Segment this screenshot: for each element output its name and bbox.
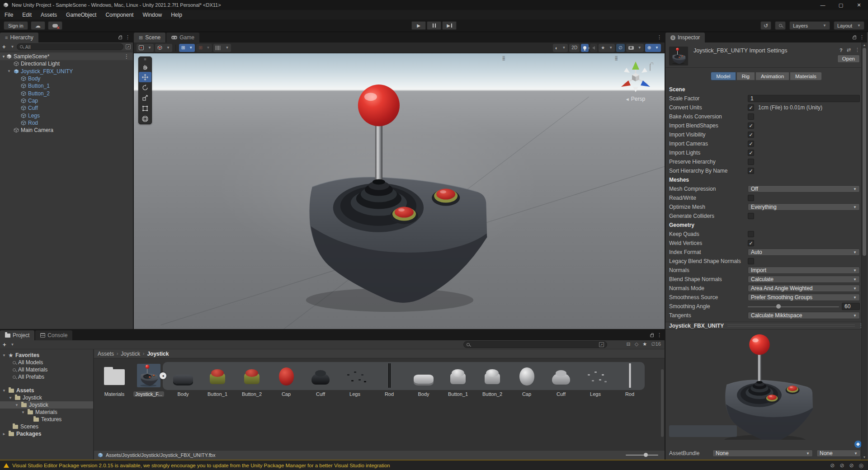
- tree-item-scenes[interactable]: Scenes: [0, 423, 93, 430]
- asset-cap-mesh[interactable]: Cap: [510, 364, 543, 397]
- import-blendshapes-checkbox[interactable]: [748, 122, 754, 129]
- scene-viewport[interactable]: ≡: [134, 53, 665, 329]
- layers-dropdown[interactable]: Layers▼: [789, 21, 830, 30]
- sort-hierarchy-checkbox[interactable]: [748, 168, 754, 174]
- assetbundle-variant-dropdown[interactable]: None▼: [816, 450, 861, 457]
- tree-item-joystick[interactable]: ▼Joystick: [0, 394, 93, 401]
- import-lights-checkbox[interactable]: [748, 150, 754, 156]
- index-format-dropdown[interactable]: Auto▼: [748, 249, 860, 256]
- pause-button[interactable]: [427, 21, 441, 30]
- step-button[interactable]: ▶: [442, 21, 457, 30]
- help-icon[interactable]: ?: [840, 47, 843, 53]
- tool-settings-button[interactable]: ▼: [137, 44, 154, 52]
- smoothing-angle-value[interactable]: 60: [842, 303, 860, 310]
- thumbnail-size-slider[interactable]: [626, 455, 658, 456]
- asset-materials-folder[interactable]: Materials: [98, 364, 131, 397]
- panel-menu-icon[interactable]: ⋮: [657, 34, 662, 40]
- tab-hierarchy[interactable]: ≡ Hierarchy: [0, 33, 38, 42]
- tab-animation[interactable]: Animation: [755, 72, 789, 80]
- undo-history-button[interactable]: ↺: [760, 21, 771, 30]
- minimize-button[interactable]: —: [814, 0, 832, 10]
- tab-model[interactable]: Model: [711, 72, 736, 80]
- asset-cap[interactable]: Cap: [270, 364, 302, 397]
- normals-mode-dropdown[interactable]: Area And Angle Weighted▼: [748, 285, 860, 292]
- menu-assets[interactable]: Assets: [36, 10, 61, 19]
- transform-tool[interactable]: [139, 113, 151, 124]
- search-by-type-icon[interactable]: ⊟: [627, 341, 631, 347]
- hidden-count-badge[interactable]: ∅16: [651, 341, 661, 347]
- tree-item-all-prefabs[interactable]: All Prefabs: [0, 373, 93, 381]
- asset-body[interactable]: Body: [167, 364, 199, 397]
- asset-button-1-mesh[interactable]: Button_1: [442, 364, 474, 397]
- read-write-checkbox[interactable]: [748, 195, 754, 201]
- scrollbar[interactable]: ▲ ▼: [861, 42, 867, 460]
- preview-header[interactable]: Joystick_FBX_UNITY ⋮: [665, 322, 867, 329]
- hierarchy-item-cuff[interactable]: Cuff: [0, 104, 133, 112]
- search-button[interactable]: [775, 21, 786, 30]
- mesh-compression-dropdown[interactable]: Off▼: [748, 185, 860, 193]
- tree-item-joystick-selected[interactable]: ▼Joystick: [0, 401, 93, 409]
- notifications-muted-icon[interactable]: ⊘: [830, 462, 835, 469]
- asset-button-1[interactable]: Button_1: [201, 364, 234, 397]
- hierarchy-item-joystick-fbx[interactable]: ▼ Joystick_FBX_UNITY: [0, 68, 133, 75]
- convert-units-checkbox[interactable]: [748, 104, 754, 111]
- tree-item-assets[interactable]: ▼Assets: [0, 387, 93, 394]
- chevron-down-icon[interactable]: ▼: [11, 343, 14, 347]
- rect-tool[interactable]: [139, 103, 151, 113]
- asset-cuff-mesh[interactable]: Cuff: [545, 364, 577, 397]
- save-search-icon[interactable]: ↗: [126, 44, 131, 49]
- tangents-dropdown[interactable]: Calculate Mikktspace▼: [748, 312, 860, 319]
- collab-button[interactable]: [48, 21, 62, 30]
- smoothness-source-dropdown[interactable]: Prefer Smoothing Groups▼: [748, 294, 860, 301]
- hierarchy-item-rod[interactable]: Rod: [0, 119, 133, 127]
- asset-label-icon[interactable]: [854, 441, 862, 448]
- tab-project[interactable]: Project: [0, 330, 34, 340]
- close-button[interactable]: ✕: [850, 0, 868, 10]
- breadcrumb-joystick-current[interactable]: Joystick: [147, 351, 169, 357]
- audio-toggle-button[interactable]: [590, 44, 597, 52]
- effects-button[interactable]: ★▼: [599, 44, 615, 52]
- blendshape-normals-dropdown[interactable]: Calculate▼: [748, 276, 860, 283]
- collapse-subassets-button[interactable]: ◄: [160, 372, 166, 379]
- asset-body-mesh[interactable]: Body: [407, 364, 440, 397]
- measure-button[interactable]: ▼: [213, 44, 231, 52]
- asset-cuff[interactable]: Cuff: [304, 364, 337, 397]
- camera-view-button[interactable]: ▼: [626, 44, 644, 52]
- weld-vertices-checkbox[interactable]: [748, 240, 754, 246]
- optimize-mesh-dropdown[interactable]: Everything▼: [748, 203, 860, 211]
- open-button[interactable]: Open: [837, 55, 860, 63]
- hierarchy-item-legs[interactable]: Legs: [0, 112, 133, 119]
- status-ok-icon[interactable]: ◎: [859, 462, 863, 469]
- play-button[interactable]: ▶: [411, 21, 426, 30]
- tree-item-favorites[interactable]: ▼★Favorites: [0, 352, 93, 359]
- axis-negative-cone[interactable]: [624, 68, 630, 73]
- overlay-drag-handle[interactable]: ≡≡: [502, 56, 505, 61]
- open-search-icon[interactable]: ↗: [599, 342, 604, 347]
- scene-visibility-button[interactable]: ∅: [616, 44, 625, 52]
- presets-icon[interactable]: ⇄: [847, 47, 851, 53]
- create-button[interactable]: +: [2, 43, 6, 50]
- expand-caret-icon[interactable]: ▼: [2, 55, 5, 59]
- hierarchy-item-button-2[interactable]: Button_2: [0, 89, 133, 97]
- pivot-button[interactable]: ▼: [155, 44, 172, 52]
- refresh-disabled-icon[interactable]: ⊘: [849, 462, 854, 469]
- gizmo-center-cube[interactable]: [632, 73, 639, 81]
- gizmo-lock-icon[interactable]: [650, 64, 651, 70]
- import-visibility-checkbox[interactable]: [748, 132, 754, 138]
- shading-mode-button[interactable]: ◐▼: [553, 44, 568, 52]
- normals-dropdown[interactable]: Import▼: [748, 267, 860, 274]
- lock-icon[interactable]: [118, 37, 122, 39]
- asset-button-2-mesh[interactable]: Button_2: [476, 364, 509, 397]
- legacy-blendshape-normals-checkbox[interactable]: [748, 258, 754, 264]
- hand-tool[interactable]: [139, 61, 151, 72]
- grid-snap-button[interactable]: ⊞▼: [179, 44, 195, 52]
- tab-scene[interactable]: ⊞ Scene: [134, 33, 165, 42]
- status-message[interactable]: Visual Studio Editor Package version 2.0…: [12, 463, 390, 468]
- lock-icon[interactable]: [650, 334, 654, 337]
- layout-dropdown[interactable]: Layout▼: [834, 21, 864, 30]
- y-axis-cone[interactable]: [632, 61, 639, 70]
- asset-legs-mesh[interactable]: Legs: [579, 364, 612, 397]
- cache-disabled-icon[interactable]: ⊘: [840, 462, 844, 469]
- menu-window[interactable]: Window: [138, 10, 166, 19]
- project-search-input[interactable]: ↗: [463, 341, 607, 348]
